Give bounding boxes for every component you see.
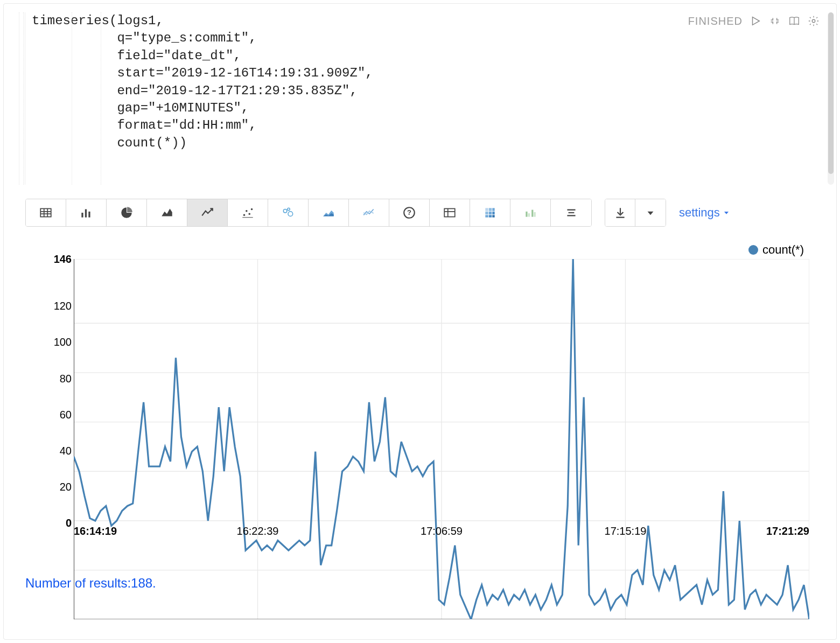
svg-point-12 xyxy=(288,208,290,210)
svg-point-9 xyxy=(251,208,253,210)
book-icon[interactable] xyxy=(788,15,801,27)
svg-rect-21 xyxy=(492,212,494,214)
run-icon[interactable] xyxy=(749,15,762,27)
area-chart-icon[interactable] xyxy=(147,199,187,226)
gear-icon[interactable] xyxy=(807,15,820,27)
y-axis: 020406080100120146 xyxy=(36,259,72,523)
svg-point-8 xyxy=(249,213,250,214)
editor-scrollbar[interactable] xyxy=(828,12,834,185)
chart-toolbar: ? settings xyxy=(4,190,836,229)
stacked-area-icon[interactable] xyxy=(309,199,349,226)
multiline-icon[interactable] xyxy=(349,199,389,226)
legend-swatch xyxy=(748,245,758,255)
download-caret-icon[interactable] xyxy=(635,199,666,226)
svg-marker-29 xyxy=(648,212,654,215)
settings-link[interactable]: settings xyxy=(679,206,731,220)
svg-rect-19 xyxy=(485,212,488,214)
svg-marker-0 xyxy=(753,17,760,25)
cell-status-strip: FINISHED xyxy=(688,15,820,27)
chart-svg xyxy=(74,259,809,619)
chart-legend: count(*) xyxy=(4,229,836,259)
svg-rect-20 xyxy=(489,212,492,214)
svg-point-11 xyxy=(288,212,293,216)
chart-area: 020406080100120146 16:14:1916:22:3917:06… xyxy=(74,259,809,523)
download-group xyxy=(605,199,666,227)
svg-rect-3 xyxy=(81,213,83,218)
svg-point-10 xyxy=(283,209,287,213)
bubble-chart-icon[interactable] xyxy=(268,199,309,226)
svg-rect-28 xyxy=(534,212,536,217)
svg-rect-16 xyxy=(485,208,488,211)
code-editor[interactable]: timeseries(logs1, q="type_s:commit", fie… xyxy=(4,4,836,190)
svg-rect-23 xyxy=(489,215,492,217)
legend-label: count(*) xyxy=(762,243,804,257)
collapse-icon[interactable] xyxy=(768,15,781,27)
editor-gutter xyxy=(15,12,25,185)
pivot-icon[interactable] xyxy=(430,199,470,226)
status-label: FINISHED xyxy=(688,15,743,27)
notebook-cell: timeseries(logs1, q="type_s:commit", fie… xyxy=(3,3,837,640)
table-icon[interactable] xyxy=(26,199,66,226)
help-icon[interactable]: ? xyxy=(389,199,430,226)
svg-marker-30 xyxy=(724,212,729,214)
svg-rect-4 xyxy=(85,209,87,218)
line-chart-icon[interactable] xyxy=(187,199,228,226)
download-icon[interactable] xyxy=(605,199,635,226)
svg-rect-26 xyxy=(528,213,530,217)
svg-rect-15 xyxy=(444,208,455,216)
svg-rect-5 xyxy=(88,212,90,218)
scatter-chart-icon[interactable] xyxy=(228,199,268,226)
svg-rect-27 xyxy=(531,210,533,217)
heatmap-icon[interactable] xyxy=(470,199,510,226)
grouped-bar-icon[interactable] xyxy=(510,199,551,226)
svg-point-7 xyxy=(246,210,247,212)
bar-chart-icon[interactable] xyxy=(66,199,107,226)
scroll-thumb[interactable] xyxy=(828,12,834,174)
svg-text:?: ? xyxy=(407,208,411,216)
pie-chart-icon[interactable] xyxy=(107,199,147,226)
svg-rect-17 xyxy=(489,208,492,211)
code-text: timeseries(logs1, q="type_s:commit", fie… xyxy=(29,12,373,152)
svg-rect-22 xyxy=(485,215,488,217)
svg-point-1 xyxy=(812,19,815,23)
svg-rect-18 xyxy=(492,208,494,211)
svg-rect-2 xyxy=(40,208,51,216)
settings-label: settings xyxy=(679,206,720,220)
viz-type-group: ? xyxy=(25,199,592,227)
text-align-icon[interactable] xyxy=(551,199,591,226)
x-axis: 16:14:1916:22:3917:06:5917:15:1917:21:29 xyxy=(74,525,809,541)
svg-rect-25 xyxy=(526,212,527,217)
svg-rect-24 xyxy=(492,215,494,217)
svg-point-6 xyxy=(243,214,245,216)
